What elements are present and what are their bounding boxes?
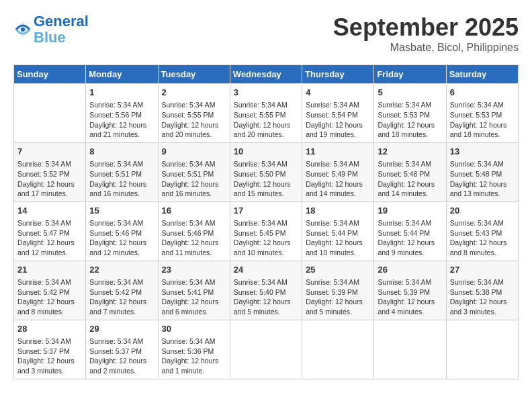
- day-number: 21: [17, 264, 82, 276]
- calendar-cell: 13Sunrise: 5:34 AM Sunset: 5:48 PM Dayli…: [446, 142, 518, 201]
- calendar-cell: 9Sunrise: 5:34 AM Sunset: 5:51 PM Daylig…: [158, 142, 230, 201]
- day-info: Sunrise: 5:34 AM Sunset: 5:55 PM Dayligh…: [162, 100, 226, 140]
- day-number: 3: [234, 87, 298, 99]
- calendar-cell: [14, 84, 86, 143]
- day-number: 30: [162, 323, 226, 335]
- col-header-saturday: Saturday: [446, 65, 518, 84]
- day-number: 5: [378, 87, 442, 99]
- day-info: Sunrise: 5:34 AM Sunset: 5:39 PM Dayligh…: [378, 277, 442, 317]
- location-title: Masbate, Bicol, Philippines: [333, 42, 519, 54]
- day-info: Sunrise: 5:34 AM Sunset: 5:41 PM Dayligh…: [162, 277, 226, 317]
- logo-general: General: [34, 13, 89, 30]
- day-number: 13: [450, 146, 515, 158]
- calendar-cell: 19Sunrise: 5:34 AM Sunset: 5:44 PM Dayli…: [374, 201, 446, 261]
- calendar-week-row: 7Sunrise: 5:34 AM Sunset: 5:52 PM Daylig…: [14, 142, 519, 201]
- calendar-cell: 26Sunrise: 5:34 AM Sunset: 5:39 PM Dayli…: [374, 261, 446, 320]
- calendar-table: SundayMondayTuesdayWednesdayThursdayFrid…: [13, 64, 519, 379]
- calendar-cell: 27Sunrise: 5:34 AM Sunset: 5:38 PM Dayli…: [446, 261, 518, 320]
- day-number: 6: [450, 87, 515, 99]
- day-info: Sunrise: 5:34 AM Sunset: 5:49 PM Dayligh…: [306, 159, 370, 199]
- col-header-monday: Monday: [86, 65, 158, 84]
- calendar-cell: 29Sunrise: 5:34 AM Sunset: 5:37 PM Dayli…: [86, 320, 158, 379]
- day-info: Sunrise: 5:34 AM Sunset: 5:47 PM Dayligh…: [17, 218, 82, 258]
- day-number: 26: [378, 264, 442, 276]
- day-number: 27: [450, 264, 515, 276]
- calendar-cell: 16Sunrise: 5:34 AM Sunset: 5:46 PM Dayli…: [158, 201, 230, 261]
- day-info: Sunrise: 5:34 AM Sunset: 5:53 PM Dayligh…: [378, 100, 442, 140]
- day-info: Sunrise: 5:34 AM Sunset: 5:42 PM Dayligh…: [17, 277, 82, 317]
- calendar-cell: [446, 320, 518, 379]
- day-info: Sunrise: 5:34 AM Sunset: 5:52 PM Dayligh…: [17, 159, 82, 199]
- day-number: 8: [89, 146, 154, 158]
- calendar-cell: 14Sunrise: 5:34 AM Sunset: 5:47 PM Dayli…: [14, 201, 86, 261]
- day-info: Sunrise: 5:34 AM Sunset: 5:56 PM Dayligh…: [89, 100, 154, 140]
- calendar-cell: 8Sunrise: 5:34 AM Sunset: 5:51 PM Daylig…: [86, 142, 158, 201]
- day-number: 23: [162, 264, 226, 276]
- day-info: Sunrise: 5:34 AM Sunset: 5:48 PM Dayligh…: [378, 159, 442, 199]
- day-number: 24: [234, 264, 298, 276]
- col-header-sunday: Sunday: [14, 65, 86, 84]
- day-info: Sunrise: 5:34 AM Sunset: 5:39 PM Dayligh…: [306, 277, 370, 317]
- day-number: 7: [17, 146, 82, 158]
- day-number: 4: [306, 87, 370, 99]
- col-header-wednesday: Wednesday: [230, 65, 302, 84]
- day-number: 25: [306, 264, 370, 276]
- calendar-cell: 30Sunrise: 5:34 AM Sunset: 5:36 PM Dayli…: [158, 320, 230, 379]
- calendar-week-row: 1Sunrise: 5:34 AM Sunset: 5:56 PM Daylig…: [14, 84, 519, 143]
- day-number: 15: [89, 205, 154, 217]
- day-info: Sunrise: 5:34 AM Sunset: 5:42 PM Dayligh…: [89, 277, 154, 317]
- day-info: Sunrise: 5:34 AM Sunset: 5:38 PM Dayligh…: [450, 277, 515, 317]
- calendar-cell: 20Sunrise: 5:34 AM Sunset: 5:43 PM Dayli…: [446, 201, 518, 261]
- day-number: 11: [306, 146, 370, 158]
- day-number: 16: [162, 205, 226, 217]
- calendar-cell: 3Sunrise: 5:34 AM Sunset: 5:55 PM Daylig…: [230, 84, 302, 143]
- logo-blue: Blue: [34, 29, 66, 46]
- col-header-thursday: Thursday: [302, 65, 374, 84]
- svg-point-1: [21, 28, 25, 32]
- calendar-cell: 21Sunrise: 5:34 AM Sunset: 5:42 PM Dayli…: [14, 261, 86, 320]
- day-info: Sunrise: 5:34 AM Sunset: 5:36 PM Dayligh…: [162, 336, 226, 376]
- day-info: Sunrise: 5:34 AM Sunset: 5:37 PM Dayligh…: [17, 336, 82, 376]
- calendar-cell: [302, 320, 374, 379]
- day-info: Sunrise: 5:34 AM Sunset: 5:46 PM Dayligh…: [89, 218, 154, 258]
- day-info: Sunrise: 5:34 AM Sunset: 5:53 PM Dayligh…: [450, 100, 515, 140]
- calendar-cell: 15Sunrise: 5:34 AM Sunset: 5:46 PM Dayli…: [86, 201, 158, 261]
- logo: General Blue: [13, 13, 89, 46]
- day-info: Sunrise: 5:34 AM Sunset: 5:43 PM Dayligh…: [450, 218, 515, 258]
- col-header-tuesday: Tuesday: [158, 65, 230, 84]
- calendar-cell: 22Sunrise: 5:34 AM Sunset: 5:42 PM Dayli…: [86, 261, 158, 320]
- day-number: 9: [162, 146, 226, 158]
- calendar-cell: 7Sunrise: 5:34 AM Sunset: 5:52 PM Daylig…: [14, 142, 86, 201]
- day-info: Sunrise: 5:34 AM Sunset: 5:50 PM Dayligh…: [234, 159, 298, 199]
- day-number: 17: [234, 205, 298, 217]
- day-info: Sunrise: 5:34 AM Sunset: 5:40 PM Dayligh…: [234, 277, 298, 317]
- day-info: Sunrise: 5:34 AM Sunset: 5:51 PM Dayligh…: [162, 159, 226, 199]
- day-info: Sunrise: 5:34 AM Sunset: 5:44 PM Dayligh…: [378, 218, 442, 258]
- logo-text: General Blue: [34, 13, 89, 46]
- calendar-cell: 12Sunrise: 5:34 AM Sunset: 5:48 PM Dayli…: [374, 142, 446, 201]
- day-number: 28: [17, 323, 82, 335]
- calendar-cell: 10Sunrise: 5:34 AM Sunset: 5:50 PM Dayli…: [230, 142, 302, 201]
- day-info: Sunrise: 5:34 AM Sunset: 5:44 PM Dayligh…: [306, 218, 370, 258]
- day-info: Sunrise: 5:34 AM Sunset: 5:37 PM Dayligh…: [89, 336, 154, 376]
- day-info: Sunrise: 5:34 AM Sunset: 5:46 PM Dayligh…: [162, 218, 226, 258]
- calendar-cell: 2Sunrise: 5:34 AM Sunset: 5:55 PM Daylig…: [158, 84, 230, 143]
- calendar-cell: [230, 320, 302, 379]
- day-number: 18: [306, 205, 370, 217]
- col-header-friday: Friday: [374, 65, 446, 84]
- calendar-cell: 5Sunrise: 5:34 AM Sunset: 5:53 PM Daylig…: [374, 84, 446, 143]
- day-number: 12: [378, 146, 442, 158]
- day-info: Sunrise: 5:34 AM Sunset: 5:55 PM Dayligh…: [234, 100, 298, 140]
- calendar-week-row: 28Sunrise: 5:34 AM Sunset: 5:37 PM Dayli…: [14, 320, 519, 379]
- calendar-cell: 24Sunrise: 5:34 AM Sunset: 5:40 PM Dayli…: [230, 261, 302, 320]
- calendar-cell: 1Sunrise: 5:34 AM Sunset: 5:56 PM Daylig…: [86, 84, 158, 143]
- day-info: Sunrise: 5:34 AM Sunset: 5:54 PM Dayligh…: [306, 100, 370, 140]
- calendar-body: 1Sunrise: 5:34 AM Sunset: 5:56 PM Daylig…: [14, 84, 519, 379]
- calendar-cell: [374, 320, 446, 379]
- calendar-week-row: 14Sunrise: 5:34 AM Sunset: 5:47 PM Dayli…: [14, 201, 519, 261]
- calendar-cell: 23Sunrise: 5:34 AM Sunset: 5:41 PM Dayli…: [158, 261, 230, 320]
- day-number: 19: [378, 205, 442, 217]
- day-number: 22: [89, 264, 154, 276]
- page-header: General Blue September 2025 Masbate, Bic…: [13, 13, 519, 54]
- day-number: 10: [234, 146, 298, 158]
